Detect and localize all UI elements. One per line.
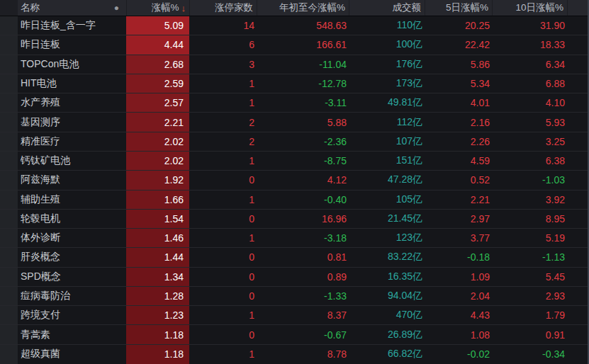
row-filler xyxy=(567,210,588,228)
row-gutter xyxy=(0,306,18,324)
change-10d-pct: -1.13 xyxy=(492,248,567,266)
change-10d-pct: 6.88 xyxy=(492,74,567,93)
ytd-change-pct: -3.11 xyxy=(257,93,349,112)
change-5d-pct: 2.04 xyxy=(425,287,492,305)
sector-name: 阿兹海默 xyxy=(18,171,126,189)
row-gutter xyxy=(0,35,18,54)
table-row[interactable]: 青蒿素1.180-0.6726.89亿1.080.91 xyxy=(0,325,588,344)
sector-name: 水产养殖 xyxy=(18,93,126,112)
change-10d-pct: 5.19 xyxy=(492,229,567,247)
change-5d-pct: 4.43 xyxy=(425,306,492,324)
table-row[interactable]: 痘病毒防治1.280-1.3394.04亿2.042.93 xyxy=(0,287,588,306)
row-filler xyxy=(567,55,588,74)
ytd-change-pct: 548.63 xyxy=(257,16,349,35)
row-gutter xyxy=(0,287,18,305)
change-pct-cell: 1.18 xyxy=(126,345,189,364)
table-row[interactable]: SPD概念1.3400.8916.35亿1.095.45 xyxy=(0,268,588,287)
row-filler xyxy=(567,35,588,54)
change-column-label: 涨幅% xyxy=(151,1,179,14)
limit-up-count: 1 xyxy=(189,152,257,170)
turnover-amount: 47.28亿 xyxy=(349,171,425,189)
column-header-name[interactable]: 名称 ● xyxy=(18,0,126,16)
column-header-5d-change[interactable]: 5日涨幅% xyxy=(425,0,492,16)
change-5d-pct: -0.18 xyxy=(425,248,492,266)
row-gutter xyxy=(0,152,18,170)
table-row[interactable]: 辅助生殖1.661-0.40105亿2.213.92 xyxy=(0,190,588,210)
table-row[interactable]: TOPCon电池2.683-11.04176亿5.866.34 xyxy=(0,55,588,74)
change-pct-cell: 4.44 xyxy=(126,35,189,54)
table-header: 名称 ● 涨幅% ↓ 涨停家数 年初至今涨幅% 成交额 5日涨幅% 10日涨幅% xyxy=(0,0,588,16)
ytd-change-pct: 166.61 xyxy=(257,35,349,54)
change-5d-pct: 2.21 xyxy=(425,190,492,209)
change-5d-pct: 2.16 xyxy=(425,113,492,131)
column-header-ytd-change[interactable]: 年初至今涨幅% xyxy=(257,0,349,16)
limit-up-count: 14 xyxy=(189,16,257,35)
row-gutter xyxy=(0,55,18,74)
change-pct-cell: 1.18 xyxy=(126,325,189,343)
table-row[interactable]: 钙钛矿电池2.021-8.75151亿4.596.38 xyxy=(0,152,588,171)
change-10d-pct: 1.79 xyxy=(492,306,567,324)
table-row[interactable]: 昨日连板4.446166.61100亿22.4218.33 xyxy=(0,35,588,55)
change-10d-pct: -1.03 xyxy=(492,171,567,189)
row-filler xyxy=(567,325,588,343)
table-row[interactable]: 昨日连板_含一字5.0914548.63110亿20.2531.90 xyxy=(0,16,588,35)
table-row[interactable]: 阿兹海默1.9204.1247.28亿0.52-1.03 xyxy=(0,171,588,190)
ytd-change-pct: 0.81 xyxy=(257,248,349,266)
row-gutter xyxy=(0,171,18,189)
change-5d-pct: 1.09 xyxy=(425,268,492,286)
ytd-change-pct: -12.78 xyxy=(257,74,349,93)
change-5d-pct: 5.34 xyxy=(425,74,492,93)
ytd-change-pct: -8.75 xyxy=(257,152,349,170)
row-filler xyxy=(567,229,588,247)
limit-up-count: 1 xyxy=(189,74,257,93)
minute-chart-dot-icon[interactable]: ● xyxy=(114,4,119,12)
change-5d-pct: -0.02 xyxy=(425,345,492,364)
limit-up-count: 0 xyxy=(189,248,257,266)
turnover-amount: 173亿 xyxy=(349,74,425,93)
row-gutter xyxy=(0,248,18,266)
column-header-change-pct[interactable]: 涨幅% ↓ xyxy=(126,0,189,16)
ytd-change-pct: 8.78 xyxy=(257,345,349,364)
table-row[interactable]: 超级真菌1.1818.7866.82亿-0.02-0.34 xyxy=(0,345,588,364)
sector-name: TOPCon电池 xyxy=(18,55,126,74)
change-10d-pct: 8.95 xyxy=(492,210,567,228)
ytd-change-pct: -1.33 xyxy=(257,287,349,305)
table-row[interactable]: 水产养殖2.571-3.1149.81亿4.014.10 xyxy=(0,93,588,113)
row-gutter xyxy=(0,74,18,93)
change-5d-pct: 4.01 xyxy=(425,93,492,112)
row-filler xyxy=(567,132,588,151)
change-10d-pct: 6.34 xyxy=(492,55,567,74)
table-row[interactable]: 基因测序2.2125.88112亿2.165.93 xyxy=(0,113,588,132)
row-gutter xyxy=(0,190,18,209)
table-row[interactable]: 跨境支付1.2318.37470亿4.431.79 xyxy=(0,306,588,325)
row-gutter xyxy=(0,132,18,151)
table-row[interactable]: 轮毂电机1.54016.9621.45亿2.978.95 xyxy=(0,210,588,229)
row-filler xyxy=(567,16,588,35)
sector-name: 精准医疗 xyxy=(18,132,126,151)
column-header-turnover[interactable]: 成交额 xyxy=(349,0,425,16)
change-pct-cell: 1.28 xyxy=(126,287,189,305)
change-10d-pct: 4.10 xyxy=(492,93,567,112)
sector-name: 昨日连板 xyxy=(18,35,126,54)
change-pct-cell: 1.92 xyxy=(126,171,189,189)
table-body: 昨日连板_含一字5.0914548.63110亿20.2531.90昨日连板4.… xyxy=(0,16,588,364)
turnover-amount: 26.89亿 xyxy=(349,325,425,343)
turnover-amount: 83.22亿 xyxy=(349,248,425,266)
row-filler xyxy=(567,113,588,131)
ytd-change-pct: 4.12 xyxy=(257,171,349,189)
row-filler xyxy=(567,171,588,189)
table-row[interactable]: 精准医疗2.022-2.36107亿2.263.25 xyxy=(0,132,588,152)
column-header-10d-change[interactable]: 10日涨幅% xyxy=(492,0,567,16)
sector-name: HIT电池 xyxy=(18,74,126,93)
sector-name: 痘病毒防治 xyxy=(18,287,126,305)
turnover-amount: 123亿 xyxy=(349,229,425,247)
table-row[interactable]: 体外诊断1.461-3.18123亿3.775.19 xyxy=(0,229,588,248)
column-header-limit-up-count[interactable]: 涨停家数 xyxy=(189,0,257,16)
table-row[interactable]: HIT电池2.591-12.78173亿5.346.88 xyxy=(0,74,588,93)
row-gutter xyxy=(0,210,18,228)
table-row[interactable]: 肝炎概念1.4400.8183.22亿-0.18-1.13 xyxy=(0,248,588,267)
change-10d-pct: 5.45 xyxy=(492,268,567,286)
ytd-change-pct: 5.88 xyxy=(257,113,349,131)
sector-ranking-panel: 名称 ● 涨幅% ↓ 涨停家数 年初至今涨幅% 成交额 5日涨幅% 10日涨幅%… xyxy=(0,0,589,364)
sector-name: 超级真菌 xyxy=(18,345,126,364)
